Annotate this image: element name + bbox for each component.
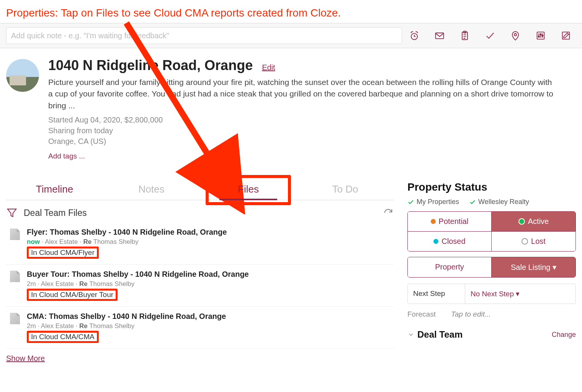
- file-icon: [10, 271, 20, 282]
- chevron-down-icon: [407, 331, 414, 338]
- quick-note-input[interactable]: [6, 27, 402, 44]
- tab-timeline[interactable]: Timeline: [6, 180, 103, 200]
- deal-team-title: Deal Team: [417, 329, 463, 340]
- property-status-title: Property Status: [407, 181, 576, 193]
- svg-point-7: [538, 36, 539, 37]
- pin-icon[interactable]: [509, 29, 522, 42]
- file-location: In Cloud CMA/Buyer Tour: [31, 291, 113, 299]
- status-potential[interactable]: Potential: [408, 212, 492, 232]
- property-location: Orange, CA (US): [48, 136, 576, 147]
- annotation-highlight-location: In Cloud CMA/Flyer: [27, 247, 99, 259]
- file-title: Flyer: Thomas Shelby - 1040 N Ridgeline …: [27, 228, 394, 237]
- mail-icon[interactable]: [433, 29, 446, 42]
- file-item[interactable]: Flyer: Thomas Shelby - 1040 N Ridgeline …: [6, 222, 394, 265]
- check-wellesley[interactable]: Wellesley Realty: [469, 198, 529, 206]
- check-my-properties[interactable]: My Properties: [407, 198, 459, 206]
- refresh-icon[interactable]: [383, 207, 394, 218]
- status-lost[interactable]: Lost: [492, 232, 575, 251]
- tab-files-label: Files: [238, 183, 259, 195]
- deal-team-change[interactable]: Change: [552, 331, 576, 339]
- annotation-highlight-location: In Cloud CMA/CMA: [27, 331, 99, 343]
- property-title: 1040 N Ridgeline Road, Orange: [48, 57, 253, 74]
- next-step-row: Next Step No Next Step ▾: [407, 284, 576, 304]
- show-more-link[interactable]: Show More: [6, 354, 45, 363]
- tabs: Timeline Notes Files To Do: [6, 180, 394, 200]
- status-active[interactable]: Active: [492, 212, 575, 232]
- tab-todo[interactable]: To Do: [297, 180, 394, 200]
- type-property[interactable]: Property: [408, 257, 492, 277]
- edit-link[interactable]: Edit: [262, 63, 275, 72]
- annotation-highlight-location: In Cloud CMA/Buyer Tour: [27, 289, 118, 301]
- svg-point-5: [514, 34, 517, 36]
- file-location: In Cloud CMA/CMA: [31, 333, 95, 341]
- files-section-title: Deal Team Files: [24, 208, 87, 218]
- property-header: 1040 N Ridgeline Road, Orange Edit Pictu…: [0, 48, 582, 165]
- file-icon: [10, 313, 20, 324]
- toolbar: [0, 23, 582, 48]
- check-icon[interactable]: [484, 29, 496, 42]
- forecast-value[interactable]: Tap to edit...: [451, 310, 491, 318]
- file-title: Buyer Tour: Thomas Shelby - 1040 N Ridge…: [27, 270, 394, 279]
- next-step-value[interactable]: No Next Step ▾: [465, 284, 575, 304]
- type-row: Property Sale Listing ▾: [407, 257, 576, 278]
- clipboard-icon[interactable]: [459, 29, 471, 42]
- add-tags-link[interactable]: Add tags ...: [48, 152, 576, 160]
- property-description: Picture yourself and your family sitting…: [48, 77, 554, 111]
- svg-rect-2: [436, 33, 444, 39]
- tab-notes[interactable]: Notes: [103, 180, 200, 200]
- property-started: Started Aug 04, 2020, $2,800,000: [48, 114, 576, 125]
- forecast-label: Forecast: [407, 310, 436, 318]
- file-subtitle: 2m · Alex Estate · Re Thomas Shelby: [27, 280, 394, 288]
- status-checks: My Properties Wellesley Realty: [407, 198, 576, 206]
- status-grid: Potential Active Closed Lost: [407, 211, 576, 252]
- tab-files[interactable]: Files: [200, 180, 297, 200]
- file-icon: [10, 229, 20, 240]
- svg-point-9: [542, 35, 543, 36]
- type-sale-listing[interactable]: Sale Listing ▾: [492, 257, 575, 277]
- sliders-icon[interactable]: [535, 29, 547, 42]
- deal-team-row[interactable]: Deal Team Change: [407, 329, 576, 340]
- file-item[interactable]: CMA: Thomas Shelby - 1040 N Ridgeline Ro…: [6, 307, 394, 349]
- property-sharing: Sharing from today: [48, 125, 576, 136]
- status-closed[interactable]: Closed: [408, 232, 492, 251]
- file-title: CMA: Thomas Shelby - 1040 N Ridgeline Ro…: [27, 312, 394, 321]
- filter-icon[interactable]: [6, 207, 18, 219]
- svg-point-8: [540, 34, 541, 35]
- forecast-row[interactable]: Forecast Tap to edit...: [407, 310, 576, 318]
- compose-icon[interactable]: [560, 29, 572, 42]
- file-subtitle: now · Alex Estate · Re Thomas Shelby: [27, 238, 394, 246]
- annotation-banner: Properties: Tap on Files to see Cloud CM…: [0, 0, 582, 23]
- reminder-icon[interactable]: [408, 29, 420, 42]
- file-subtitle: 2m · Alex Estate · Re Thomas Shelby: [27, 322, 394, 330]
- next-step-label: Next Step: [408, 284, 465, 304]
- file-location: In Cloud CMA/Flyer: [31, 248, 95, 256]
- property-avatar: [6, 59, 39, 92]
- file-item[interactable]: Buyer Tour: Thomas Shelby - 1040 N Ridge…: [6, 265, 394, 307]
